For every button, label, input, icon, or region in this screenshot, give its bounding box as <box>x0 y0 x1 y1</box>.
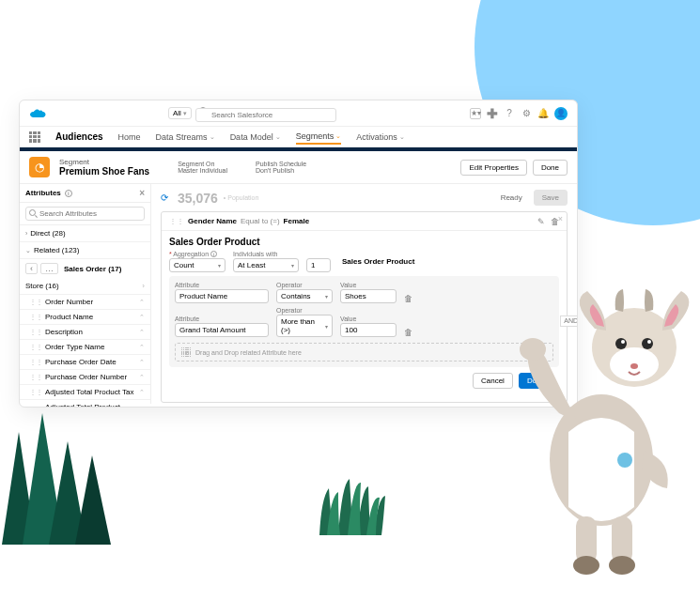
f2-attr-label: Attribute <box>175 315 269 322</box>
crumb-back[interactable]: ‹ <box>25 263 38 274</box>
pill-field: Gender Name <box>188 217 237 225</box>
segment-on-value: Master Individual <box>178 167 227 174</box>
f1-attribute-select[interactable]: Product Name <box>175 289 269 303</box>
help-icon[interactable]: ? <box>504 108 515 119</box>
list-item[interactable]: ⋮⋮Description⌃ <box>20 325 150 340</box>
segment-icon: ◔ <box>29 157 50 177</box>
decorative-grass <box>310 469 395 535</box>
svg-point-8 <box>621 340 625 344</box>
list-item[interactable]: ⋮⋮Purchase Order Number⌃ <box>20 370 150 385</box>
nav-bar: Audiences Home Data Streams⌄ Data Model⌄… <box>20 127 577 147</box>
f2-attribute-select[interactable]: Grand Total Amount <box>175 323 269 337</box>
population-count: 35,076 <box>178 191 218 206</box>
svg-point-12 <box>520 338 546 361</box>
individuals-label: Individuals with <box>233 251 299 257</box>
filter-group: Attribute Product Name Operator Contains… <box>169 276 559 367</box>
list-item[interactable]: ⋮⋮Purchase Order Date⌃ <box>20 355 150 370</box>
nav-data-streams[interactable]: Data Streams⌄ <box>156 132 215 142</box>
decorative-trees <box>0 404 122 554</box>
delete-filter-1-icon[interactable]: 🗑 <box>404 294 412 303</box>
aggregation-select[interactable]: Count▾ <box>169 258 226 272</box>
save-button[interactable]: Save <box>534 190 568 206</box>
attributes-search-input[interactable] <box>25 207 145 221</box>
drop-grid-icon <box>181 347 191 357</box>
nav-home[interactable]: Home <box>118 132 141 142</box>
favorite-icon[interactable]: ★▾ <box>470 108 481 119</box>
svg-point-17 <box>617 453 632 468</box>
segment-on-label: Segment On <box>178 161 227 167</box>
attribute-list: ⋮⋮Order Number⌃ ⋮⋮Product Name⌃ ⋮⋮Descri… <box>20 295 150 408</box>
svg-point-10 <box>647 340 651 344</box>
f1-val-label: Value <box>340 282 397 288</box>
app-window: All▾ ★▾ ✚ ? ⚙ 🔔 👤 Audiences Home Data St… <box>19 100 578 408</box>
rule-object: Sales Order Product <box>342 257 414 266</box>
condition-pill: ⋮⋮ Gender Name Equal to (=) Female ✎ 🗑 <box>162 212 567 231</box>
individuals-select[interactable]: At Least▾ <box>233 258 299 272</box>
search-scope-all[interactable]: All▾ <box>168 107 192 119</box>
app-launcher-icon[interactable] <box>29 131 40 143</box>
store-category[interactable]: Store (16)› <box>20 278 150 295</box>
related-category[interactable]: ⌄Related (123) <box>20 242 150 259</box>
aggregation-label: * Aggregation i <box>169 251 226 257</box>
rule-title: Sales Order Product <box>169 237 559 247</box>
pill-value: Female <box>284 217 310 225</box>
f1-op-label: Operator <box>276 282 333 288</box>
nav-activations[interactable]: Activations⌄ <box>356 132 405 142</box>
app-name: Audiences <box>55 131 103 142</box>
population-label: • Population <box>224 194 259 201</box>
f2-op-label: Operator <box>276 307 333 314</box>
header-done-button[interactable]: Done <box>533 160 568 176</box>
search-icon <box>29 209 36 216</box>
svg-point-16 <box>609 556 635 575</box>
edit-properties-button[interactable]: Edit Properties <box>460 160 526 176</box>
add-icon[interactable]: ✚ <box>487 108 498 119</box>
pill-operator: Equal to (=) <box>241 217 280 225</box>
publish-schedule-label: Publish Schedule <box>256 161 306 167</box>
drop-zone[interactable]: Drag and Drop related Attribute here <box>175 343 553 362</box>
f2-value-input[interactable]: 100 <box>340 323 397 337</box>
salesforce-logo <box>29 107 48 120</box>
count-input[interactable]: 1 <box>306 258 331 272</box>
list-item[interactable]: ⋮⋮Product Name⌃ <box>20 310 150 325</box>
segment-type-label: Segment <box>59 158 149 166</box>
crumb-more[interactable]: … <box>40 263 58 274</box>
user-avatar[interactable]: 👤 <box>554 107 568 120</box>
edit-pencil-icon[interactable]: ✎ <box>537 217 545 226</box>
global-search-input[interactable] <box>195 108 336 122</box>
refresh-icon[interactable]: ⟳ <box>161 192 172 204</box>
list-item[interactable]: ⋮⋮Order Number⌃ <box>20 295 150 310</box>
nav-segments[interactable]: Segments⌄ <box>296 131 342 145</box>
breadcrumb: ‹ … Sales Order (17) <box>20 259 150 278</box>
f1-operator-select[interactable]: Contains▾ <box>276 289 333 303</box>
info-icon[interactable]: i <box>65 190 72 197</box>
svg-point-11 <box>630 363 638 369</box>
f1-value-input[interactable]: Shoes <box>340 289 397 303</box>
f2-operator-select[interactable]: More than (>)▾ <box>276 315 333 337</box>
notifications-bell-icon[interactable]: 🔔 <box>537 108 549 119</box>
f2-val-label: Value <box>340 315 397 322</box>
publish-schedule-value: Don't Publish <box>256 167 306 174</box>
svg-point-9 <box>642 338 653 349</box>
attributes-header: Attributesi × <box>20 184 150 203</box>
svg-point-15 <box>573 556 599 575</box>
status-text: Ready <box>501 193 522 202</box>
decorative-mascot <box>503 263 691 582</box>
f1-attr-label: Attribute <box>175 282 269 288</box>
segment-name: Premium Shoe Fans <box>59 166 149 177</box>
settings-gear-icon[interactable]: ⚙ <box>521 108 532 119</box>
segment-header: ◔ Segment Premium Shoe Fans Segment On M… <box>20 151 577 184</box>
crumb-current: Sales Order (17) <box>64 265 121 273</box>
close-card-icon[interactable]: × <box>558 214 563 223</box>
direct-category[interactable]: ›Direct (28) <box>20 225 150 242</box>
svg-marker-3 <box>75 455 111 545</box>
delete-filter-2-icon[interactable]: 🗑 <box>404 328 412 337</box>
topbar: All▾ ★▾ ✚ ? ⚙ 🔔 👤 <box>20 100 577 127</box>
attributes-panel: Attributesi × ›Direct (28) ⌄Related (123… <box>20 184 151 404</box>
nav-data-model[interactable]: Data Model⌄ <box>230 132 281 142</box>
list-item[interactable]: ⋮⋮Adjusted Total Product Tax⌃ <box>20 385 150 400</box>
svg-point-7 <box>615 338 627 349</box>
list-item[interactable]: ⋮⋮Order Type Name⌃ <box>20 340 150 355</box>
close-panel-icon[interactable]: × <box>139 188 145 198</box>
drag-handle-icon[interactable]: ⋮⋮ <box>169 217 184 225</box>
